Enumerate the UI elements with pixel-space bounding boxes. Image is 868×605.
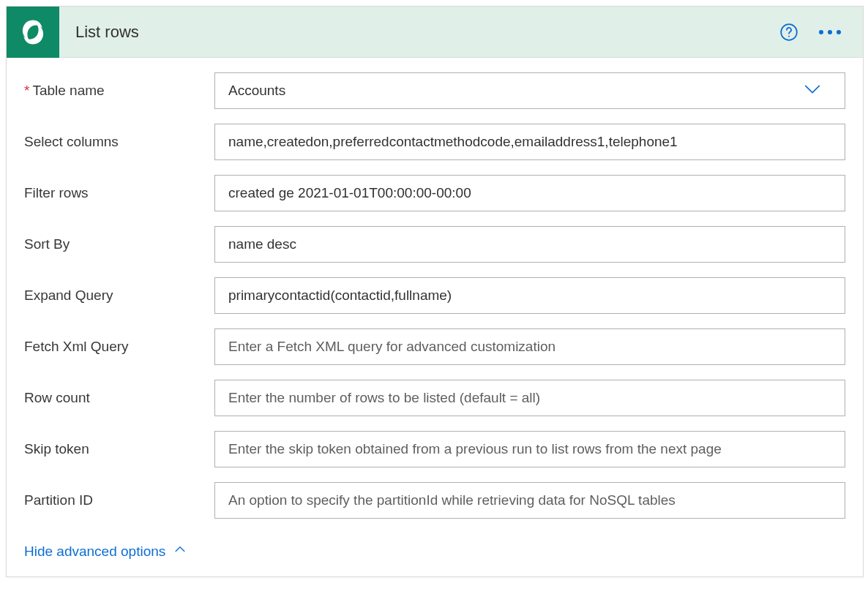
row-fetch-xml: Fetch Xml Query	[24, 328, 845, 365]
row-filter-rows: Filter rows	[24, 175, 845, 211]
header-actions	[779, 23, 863, 42]
card-body: *Table name Accounts Select columns Filt…	[7, 58, 863, 538]
partition-id-input[interactable]	[214, 482, 845, 519]
row-row-count: Row count	[24, 380, 845, 416]
row-count-input[interactable]	[214, 380, 845, 416]
connector-icon	[7, 7, 59, 58]
row-skip-token: Skip token	[24, 431, 845, 467]
label-fetch-xml: Fetch Xml Query	[24, 339, 214, 355]
row-table-name: *Table name Accounts	[24, 72, 845, 109]
label-table-name: *Table name	[24, 83, 214, 99]
label-expand-query: Expand Query	[24, 288, 214, 304]
expand-query-input[interactable]	[214, 277, 845, 314]
select-columns-input[interactable]	[214, 124, 845, 160]
required-star: *	[24, 83, 29, 98]
row-sort-by: Sort By	[24, 226, 845, 263]
table-name-dropdown[interactable]: Accounts	[214, 72, 845, 109]
row-select-columns: Select columns	[24, 124, 845, 160]
sort-by-input[interactable]	[214, 226, 845, 263]
fetch-xml-input[interactable]	[214, 328, 845, 365]
help-icon[interactable]	[779, 23, 798, 42]
label-skip-token: Skip token	[24, 441, 214, 457]
hide-advanced-options-link[interactable]: Hide advanced options	[24, 542, 187, 560]
label-select-columns: Select columns	[24, 134, 214, 150]
row-expand-query: Expand Query	[24, 277, 845, 314]
toggle-label: Hide advanced options	[24, 544, 165, 560]
label-row-count: Row count	[24, 390, 214, 406]
chevron-up-icon	[173, 542, 187, 560]
card-header: List rows	[7, 7, 863, 58]
label-sort-by: Sort By	[24, 236, 214, 252]
skip-token-input[interactable]	[214, 431, 845, 467]
card-footer: Hide advanced options	[7, 538, 863, 576]
more-options-icon[interactable]	[818, 26, 842, 39]
filter-rows-input[interactable]	[214, 175, 845, 211]
svg-point-1	[788, 35, 790, 37]
card-title[interactable]: List rows	[59, 23, 779, 42]
label-filter-rows: Filter rows	[24, 185, 214, 201]
chevron-down-icon	[802, 79, 823, 103]
table-name-value: Accounts	[228, 83, 285, 99]
label-partition-id: Partition ID	[24, 492, 214, 508]
row-partition-id: Partition ID	[24, 482, 845, 519]
action-card: List rows *Table name Accounts	[6, 6, 864, 577]
